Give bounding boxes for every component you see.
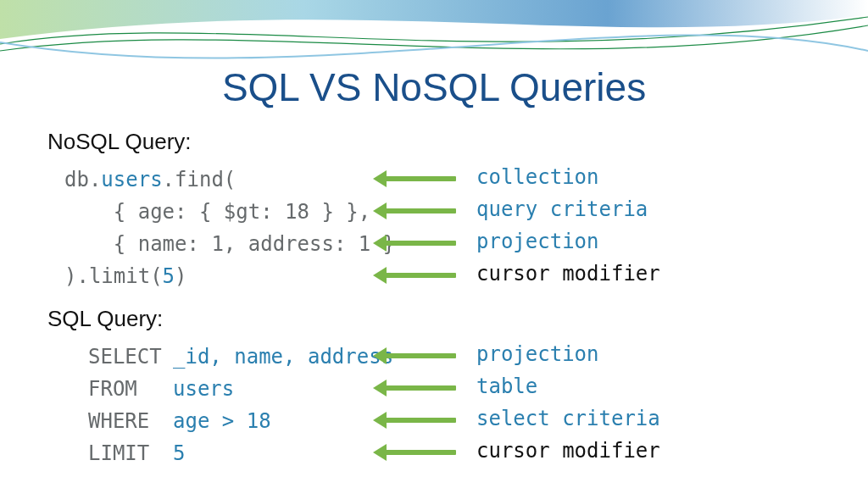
code-line: db.users.find(: [64, 164, 403, 196]
annotation: cursor modifier: [476, 439, 660, 463]
code-line: { age: { $gt: 18 } },: [64, 196, 403, 228]
annotation: table: [476, 374, 537, 398]
annotation: query criteria: [476, 197, 648, 221]
sql-label: SQL Query:: [47, 306, 827, 332]
nosql-diagram: db.users.find( { age: { $gt: 18 } }, { n…: [47, 164, 827, 294]
annotation: projection: [476, 230, 599, 253]
token: db.: [64, 168, 101, 191]
token: ).limit(: [64, 264, 163, 288]
slide-title: SQL VS NoSQL Queries: [0, 64, 868, 110]
token: ): [175, 264, 186, 288]
slide-body: NoSQL Query: db.users.find( { age: { $gt…: [47, 129, 827, 483]
code-line: { name: 1, address: 1 }: [64, 228, 403, 260]
arrow-icon: [385, 273, 456, 278]
arrow-icon: [385, 385, 456, 391]
arrow-icon: [385, 241, 456, 246]
nosql-code: db.users.find( { age: { $gt: 18 } }, { n…: [64, 164, 403, 292]
arrow-icon: [385, 450, 456, 455]
annotation: collection: [476, 165, 599, 189]
arrow-icon: [385, 208, 456, 214]
token: _id, name, address: [173, 345, 393, 369]
code-line: SELECT_id, name, address: [88, 341, 402, 373]
token: users: [101, 168, 162, 191]
code-line: WHEREage > 18: [88, 405, 402, 437]
code-line: ).limit(5): [64, 260, 403, 292]
annotation: projection: [476, 342, 599, 366]
code-line: LIMIT5: [88, 437, 402, 469]
token: SELECT: [88, 341, 173, 373]
sql-diagram: SELECT_id, name, address FROMusers WHERE…: [47, 341, 827, 471]
code-line: FROMusers: [88, 373, 402, 405]
nosql-label: NoSQL Query:: [47, 129, 827, 155]
arrow-icon: [385, 353, 456, 358]
token: 5: [163, 264, 175, 288]
arrow-icon: [385, 176, 456, 181]
arrow-icon: [385, 418, 456, 423]
token: WHERE: [88, 405, 173, 437]
annotation: select criteria: [476, 407, 660, 430]
sql-code: SELECT_id, name, address FROMusers WHERE…: [88, 341, 402, 469]
token: 5: [173, 441, 185, 465]
token: age > 18: [173, 409, 271, 433]
token: .find(: [163, 168, 236, 191]
token: LIMIT: [88, 437, 173, 469]
token: users: [173, 377, 234, 401]
annotation: cursor modifier: [476, 262, 660, 286]
token: FROM: [88, 373, 173, 405]
